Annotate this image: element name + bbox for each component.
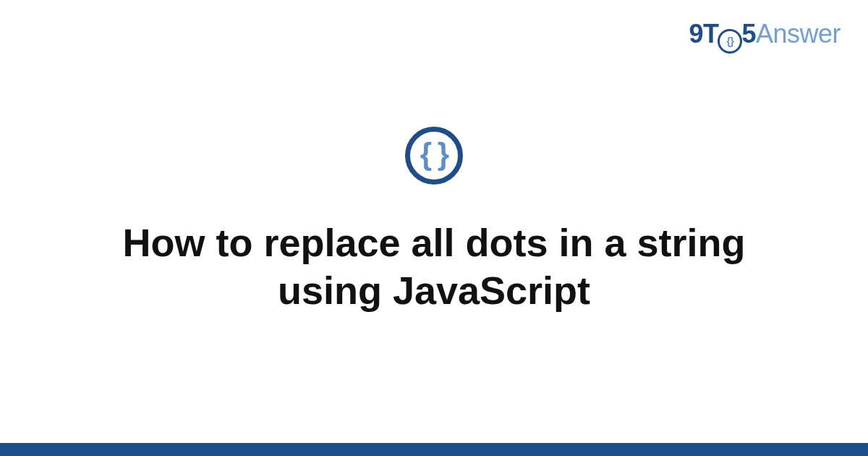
main-content: { } How to replace all dots in a string … bbox=[0, 0, 868, 456]
braces-icon: { } bbox=[420, 139, 448, 169]
category-badge: { } bbox=[405, 127, 463, 185]
page-title: How to replace all dots in a string usin… bbox=[65, 219, 803, 315]
footer-accent-bar bbox=[0, 443, 868, 456]
